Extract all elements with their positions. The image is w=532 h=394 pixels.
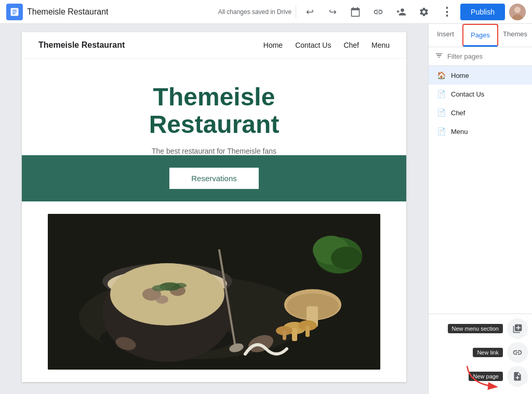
autosave-status: All changes saved in Drive (218, 8, 291, 16)
filter-icon (435, 51, 443, 61)
home-page-icon: 🏠 (437, 71, 446, 79)
nav-chef[interactable]: Chef (343, 41, 359, 49)
link-button[interactable] (369, 3, 388, 21)
site-header: Themeisle Restaurant Home Contact Us Che… (22, 32, 406, 59)
undo-button[interactable]: ↩ (300, 3, 319, 21)
food-section (22, 201, 406, 382)
nav-menu[interactable]: Menu (371, 41, 390, 49)
hero-title: Themeisle Restaurant (38, 84, 390, 139)
new-menu-section-button[interactable] (507, 318, 528, 339)
svg-point-12 (156, 295, 168, 304)
pages-list: 🏠 Home 📄 Contact Us 📄 Chef 📄 Menu (429, 66, 532, 314)
app-logo[interactable] (6, 4, 23, 20)
reservations-button[interactable]: Reservations (169, 168, 259, 189)
food-image (48, 214, 380, 370)
user-avatar[interactable] (509, 4, 526, 20)
site-nav: Home Contact Us Chef Menu (263, 41, 390, 49)
right-panel: Insert Pages Themes 🏠 Home 📄 Contact Us (428, 24, 532, 394)
new-link-tooltip: New link (473, 348, 503, 357)
new-link-button[interactable] (507, 342, 528, 363)
panel-search (429, 47, 532, 66)
toolbar-divider (296, 6, 296, 18)
document-title: Themeisle Restaurant (27, 7, 109, 17)
reservations-section: Reservations (22, 155, 406, 201)
nav-home[interactable]: Home (263, 41, 283, 49)
doc-page-icon-contact: 📄 (437, 90, 446, 98)
more-options-button[interactable]: ⋮ (437, 3, 456, 21)
bottom-actions: New menu section New link New page (429, 314, 532, 394)
settings-button[interactable] (415, 3, 433, 21)
tab-insert[interactable]: Insert (429, 24, 462, 47)
svg-point-1 (514, 7, 521, 13)
pages-search-input[interactable] (447, 52, 526, 60)
new-page-row: New page (433, 366, 528, 387)
page-label-menu: Menu (451, 128, 468, 135)
svg-rect-26 (283, 331, 286, 340)
svg-rect-22 (292, 328, 297, 341)
panel-tabs: Insert Pages Themes (429, 24, 532, 47)
page-label-home: Home (451, 72, 469, 79)
new-link-row: New link (433, 342, 528, 363)
preview-area: Themeisle Restaurant Home Contact Us Che… (0, 24, 428, 394)
site-hero: Themeisle Restaurant The best restaurant… (22, 59, 406, 155)
nav-contact[interactable]: Contact Us (295, 41, 331, 49)
svg-point-9 (110, 263, 224, 325)
page-label-chef: Chef (451, 109, 465, 117)
new-page-tooltip: New page (469, 372, 503, 381)
site-brand: Themeisle Restaurant (38, 40, 125, 50)
svg-rect-24 (305, 325, 310, 337)
doc-page-icon-menu: 📄 (437, 127, 446, 135)
page-item-chef[interactable]: 📄 Chef (429, 103, 532, 122)
tab-themes[interactable]: Themes (498, 24, 532, 47)
hero-subtitle: The best restaurant for Themeisle fans (38, 147, 390, 155)
svg-point-29 (331, 247, 362, 269)
add-collaborator-button[interactable] (392, 3, 410, 21)
tab-pages[interactable]: Pages (462, 24, 498, 47)
page-label-contact: Contact Us (451, 90, 484, 98)
redo-button[interactable]: ↪ (323, 3, 342, 21)
publish-button[interactable]: Publish (460, 4, 505, 20)
page-item-menu[interactable]: 📄 Menu (429, 122, 532, 141)
toolbar: Themeisle Restaurant All changes saved i… (0, 0, 532, 24)
preview-button[interactable] (346, 3, 365, 21)
svg-point-14 (152, 285, 167, 291)
main-area: Themeisle Restaurant Home Contact Us Che… (0, 24, 532, 394)
page-item-home[interactable]: 🏠 Home (429, 66, 532, 85)
new-menu-section-row: New menu section (433, 318, 528, 339)
new-page-button[interactable] (507, 366, 528, 387)
new-menu-section-tooltip: New menu section (448, 324, 503, 333)
doc-page-icon-chef: 📄 (437, 108, 446, 117)
page-item-contact[interactable]: 📄 Contact Us (429, 85, 532, 103)
svg-point-15 (174, 283, 187, 288)
site-frame: Themeisle Restaurant Home Contact Us Che… (22, 32, 406, 382)
